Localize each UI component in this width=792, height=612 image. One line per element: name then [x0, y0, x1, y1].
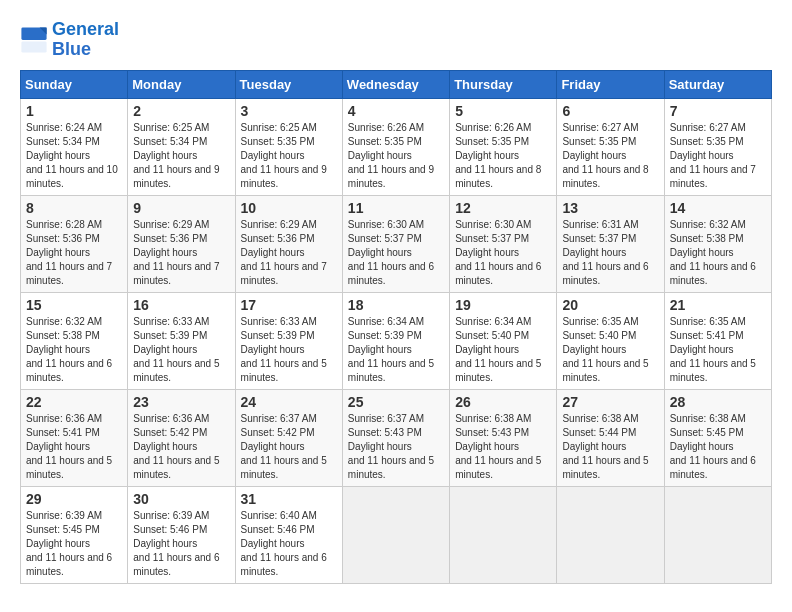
calendar-cell: 12 Sunrise: 6:30 AMSunset: 5:37 PMDaylig…: [450, 195, 557, 292]
svg-rect-1: [21, 41, 46, 52]
calendar-cell: 28 Sunrise: 6:38 AMSunset: 5:45 PMDaylig…: [664, 389, 771, 486]
cell-info: Sunrise: 6:25 AMSunset: 5:34 PMDaylight …: [133, 121, 229, 191]
calendar-cell: 23 Sunrise: 6:36 AMSunset: 5:42 PMDaylig…: [128, 389, 235, 486]
calendar-cell: 30 Sunrise: 6:39 AMSunset: 5:46 PMDaylig…: [128, 486, 235, 583]
day-number: 7: [670, 103, 766, 119]
calendar-cell: 5 Sunrise: 6:26 AMSunset: 5:35 PMDayligh…: [450, 98, 557, 195]
calendar-cell: 26 Sunrise: 6:38 AMSunset: 5:43 PMDaylig…: [450, 389, 557, 486]
calendar-cell: 9 Sunrise: 6:29 AMSunset: 5:36 PMDayligh…: [128, 195, 235, 292]
cell-info: Sunrise: 6:37 AMSunset: 5:43 PMDaylight …: [348, 412, 444, 482]
cell-info: Sunrise: 6:33 AMSunset: 5:39 PMDaylight …: [133, 315, 229, 385]
calendar-cell: 22 Sunrise: 6:36 AMSunset: 5:41 PMDaylig…: [21, 389, 128, 486]
page-header: General Blue: [20, 20, 772, 60]
day-number: 16: [133, 297, 229, 313]
day-number: 12: [455, 200, 551, 216]
calendar-cell: 29 Sunrise: 6:39 AMSunset: 5:45 PMDaylig…: [21, 486, 128, 583]
calendar-cell: 17 Sunrise: 6:33 AMSunset: 5:39 PMDaylig…: [235, 292, 342, 389]
cell-info: Sunrise: 6:32 AMSunset: 5:38 PMDaylight …: [670, 218, 766, 288]
day-header-monday: Monday: [128, 70, 235, 98]
cell-info: Sunrise: 6:38 AMSunset: 5:44 PMDaylight …: [562, 412, 658, 482]
calendar-cell: 15 Sunrise: 6:32 AMSunset: 5:38 PMDaylig…: [21, 292, 128, 389]
calendar-cell: [342, 486, 449, 583]
cell-info: Sunrise: 6:39 AMSunset: 5:46 PMDaylight …: [133, 509, 229, 579]
calendar-cell: 31 Sunrise: 6:40 AMSunset: 5:46 PMDaylig…: [235, 486, 342, 583]
calendar-cell: 19 Sunrise: 6:34 AMSunset: 5:40 PMDaylig…: [450, 292, 557, 389]
calendar-week-4: 22 Sunrise: 6:36 AMSunset: 5:41 PMDaylig…: [21, 389, 772, 486]
cell-info: Sunrise: 6:36 AMSunset: 5:41 PMDaylight …: [26, 412, 122, 482]
cell-info: Sunrise: 6:32 AMSunset: 5:38 PMDaylight …: [26, 315, 122, 385]
day-header-tuesday: Tuesday: [235, 70, 342, 98]
day-number: 4: [348, 103, 444, 119]
calendar-week-5: 29 Sunrise: 6:39 AMSunset: 5:45 PMDaylig…: [21, 486, 772, 583]
day-number: 9: [133, 200, 229, 216]
cell-info: Sunrise: 6:27 AMSunset: 5:35 PMDaylight …: [562, 121, 658, 191]
day-header-wednesday: Wednesday: [342, 70, 449, 98]
cell-info: Sunrise: 6:40 AMSunset: 5:46 PMDaylight …: [241, 509, 337, 579]
calendar-cell: [557, 486, 664, 583]
calendar-cell: 11 Sunrise: 6:30 AMSunset: 5:37 PMDaylig…: [342, 195, 449, 292]
cell-info: Sunrise: 6:35 AMSunset: 5:41 PMDaylight …: [670, 315, 766, 385]
day-number: 30: [133, 491, 229, 507]
calendar-cell: 18 Sunrise: 6:34 AMSunset: 5:39 PMDaylig…: [342, 292, 449, 389]
day-header-saturday: Saturday: [664, 70, 771, 98]
cell-info: Sunrise: 6:38 AMSunset: 5:45 PMDaylight …: [670, 412, 766, 482]
calendar-cell: [450, 486, 557, 583]
cell-info: Sunrise: 6:34 AMSunset: 5:40 PMDaylight …: [455, 315, 551, 385]
day-number: 10: [241, 200, 337, 216]
day-number: 19: [455, 297, 551, 313]
cell-info: Sunrise: 6:25 AMSunset: 5:35 PMDaylight …: [241, 121, 337, 191]
day-number: 5: [455, 103, 551, 119]
day-number: 20: [562, 297, 658, 313]
cell-info: Sunrise: 6:35 AMSunset: 5:40 PMDaylight …: [562, 315, 658, 385]
cell-info: Sunrise: 6:38 AMSunset: 5:43 PMDaylight …: [455, 412, 551, 482]
calendar-table: SundayMondayTuesdayWednesdayThursdayFrid…: [20, 70, 772, 584]
day-number: 11: [348, 200, 444, 216]
cell-info: Sunrise: 6:31 AMSunset: 5:37 PMDaylight …: [562, 218, 658, 288]
calendar-header: SundayMondayTuesdayWednesdayThursdayFrid…: [21, 70, 772, 98]
cell-info: Sunrise: 6:36 AMSunset: 5:42 PMDaylight …: [133, 412, 229, 482]
day-number: 17: [241, 297, 337, 313]
calendar-cell: 4 Sunrise: 6:26 AMSunset: 5:35 PMDayligh…: [342, 98, 449, 195]
day-number: 2: [133, 103, 229, 119]
cell-info: Sunrise: 6:29 AMSunset: 5:36 PMDaylight …: [241, 218, 337, 288]
day-number: 26: [455, 394, 551, 410]
day-number: 15: [26, 297, 122, 313]
calendar-week-1: 1 Sunrise: 6:24 AMSunset: 5:34 PMDayligh…: [21, 98, 772, 195]
day-number: 23: [133, 394, 229, 410]
cell-info: Sunrise: 6:27 AMSunset: 5:35 PMDaylight …: [670, 121, 766, 191]
day-number: 18: [348, 297, 444, 313]
logo-text: General Blue: [52, 20, 119, 60]
calendar-cell: 20 Sunrise: 6:35 AMSunset: 5:40 PMDaylig…: [557, 292, 664, 389]
calendar-cell: 1 Sunrise: 6:24 AMSunset: 5:34 PMDayligh…: [21, 98, 128, 195]
calendar-week-3: 15 Sunrise: 6:32 AMSunset: 5:38 PMDaylig…: [21, 292, 772, 389]
cell-info: Sunrise: 6:30 AMSunset: 5:37 PMDaylight …: [348, 218, 444, 288]
calendar-cell: 2 Sunrise: 6:25 AMSunset: 5:34 PMDayligh…: [128, 98, 235, 195]
cell-info: Sunrise: 6:30 AMSunset: 5:37 PMDaylight …: [455, 218, 551, 288]
day-number: 31: [241, 491, 337, 507]
calendar-cell: 14 Sunrise: 6:32 AMSunset: 5:38 PMDaylig…: [664, 195, 771, 292]
cell-info: Sunrise: 6:28 AMSunset: 5:36 PMDaylight …: [26, 218, 122, 288]
cell-info: Sunrise: 6:26 AMSunset: 5:35 PMDaylight …: [455, 121, 551, 191]
day-number: 14: [670, 200, 766, 216]
day-header-sunday: Sunday: [21, 70, 128, 98]
calendar-week-2: 8 Sunrise: 6:28 AMSunset: 5:36 PMDayligh…: [21, 195, 772, 292]
day-number: 1: [26, 103, 122, 119]
day-header-friday: Friday: [557, 70, 664, 98]
calendar-cell: 7 Sunrise: 6:27 AMSunset: 5:35 PMDayligh…: [664, 98, 771, 195]
cell-info: Sunrise: 6:33 AMSunset: 5:39 PMDaylight …: [241, 315, 337, 385]
day-number: 21: [670, 297, 766, 313]
calendar-cell: 16 Sunrise: 6:33 AMSunset: 5:39 PMDaylig…: [128, 292, 235, 389]
calendar-cell: 6 Sunrise: 6:27 AMSunset: 5:35 PMDayligh…: [557, 98, 664, 195]
cell-info: Sunrise: 6:29 AMSunset: 5:36 PMDaylight …: [133, 218, 229, 288]
cell-info: Sunrise: 6:34 AMSunset: 5:39 PMDaylight …: [348, 315, 444, 385]
calendar-cell: 3 Sunrise: 6:25 AMSunset: 5:35 PMDayligh…: [235, 98, 342, 195]
cell-info: Sunrise: 6:39 AMSunset: 5:45 PMDaylight …: [26, 509, 122, 579]
logo: General Blue: [20, 20, 119, 60]
day-header-thursday: Thursday: [450, 70, 557, 98]
day-number: 29: [26, 491, 122, 507]
day-number: 27: [562, 394, 658, 410]
calendar-cell: 21 Sunrise: 6:35 AMSunset: 5:41 PMDaylig…: [664, 292, 771, 389]
day-number: 8: [26, 200, 122, 216]
cell-info: Sunrise: 6:24 AMSunset: 5:34 PMDaylight …: [26, 121, 122, 191]
day-number: 24: [241, 394, 337, 410]
